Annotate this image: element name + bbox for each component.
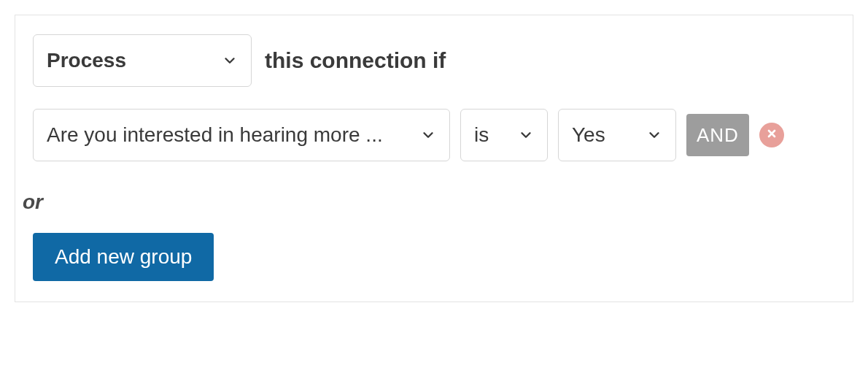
chevron-down-icon: [222, 53, 238, 69]
condition-header-row: Process this connection if: [33, 34, 835, 87]
field-select-value: Are you interested in hearing more ...: [47, 123, 406, 147]
action-select-value: Process: [47, 49, 207, 72]
condition-panel: Process this connection if Are you inter…: [15, 15, 853, 302]
field-select[interactable]: Are you interested in hearing more ...: [33, 109, 450, 161]
operator-select-value: is: [474, 123, 489, 147]
value-select-value: Yes: [572, 123, 605, 147]
chevron-down-icon: [646, 127, 662, 143]
delete-rule-button[interactable]: [759, 123, 784, 147]
or-label: or: [23, 191, 835, 214]
chevron-down-icon: [420, 127, 436, 143]
and-joiner-label: AND: [697, 124, 739, 147]
condition-label: this connection if: [265, 48, 446, 73]
operator-select[interactable]: is: [460, 109, 548, 161]
chevron-down-icon: [518, 127, 534, 143]
add-new-group-button[interactable]: Add new group: [33, 233, 214, 281]
condition-rule-row: Are you interested in hearing more ... i…: [33, 109, 835, 161]
close-icon: [766, 128, 778, 142]
action-select[interactable]: Process: [33, 34, 252, 87]
and-joiner-button[interactable]: AND: [686, 114, 749, 156]
value-select[interactable]: Yes: [558, 109, 676, 161]
add-new-group-label: Add new group: [55, 245, 192, 269]
